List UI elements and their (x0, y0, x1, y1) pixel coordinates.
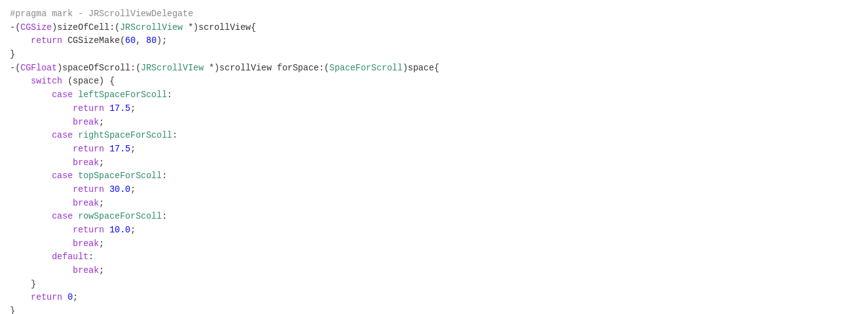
code-token: ; (99, 265, 104, 275)
code-line: -(CGSize)sizeOfCell:(JRScrollView *)scro… (10, 21, 858, 35)
code-token: case (52, 171, 73, 181)
code-token: leftSpaceForScoll (78, 90, 167, 100)
code-token (10, 211, 52, 221)
code-line: #pragma mark - JRScrollViewDelegate (10, 7, 858, 21)
code-token: 17.5 (110, 103, 131, 113)
code-line: break; (10, 264, 858, 278)
code-token: )sizeOfCell:( (52, 22, 120, 32)
code-token: case (52, 130, 73, 140)
code-line: return 0; (10, 291, 858, 305)
code-token: ; (130, 144, 135, 154)
code-line: case rightSpaceForScoll: (10, 129, 858, 143)
code-line: } (10, 305, 858, 314)
code-token (104, 103, 109, 113)
code-token (10, 130, 52, 140)
code-token: return (73, 144, 104, 154)
code-token: -( (10, 22, 21, 32)
code-token: ; (99, 239, 104, 249)
code-line: break; (10, 116, 858, 130)
code-token: : (162, 211, 167, 221)
code-token: 10.0 (110, 225, 131, 235)
code-line: case rowSpaceForScoll: (10, 210, 858, 224)
code-token (10, 90, 52, 100)
code-token: : (88, 252, 93, 262)
code-token (10, 198, 73, 208)
code-token: JRScrollVIew (141, 63, 204, 73)
code-token: CGFloat (21, 63, 57, 73)
code-token: return (31, 36, 62, 45)
code-line: return 10.0; (10, 224, 858, 237)
code-block: #pragma mark - JRScrollViewDelegate-(CGS… (0, 5, 868, 314)
code-token (10, 252, 52, 262)
code-line: return CGSizeMake(60, 80); (10, 34, 858, 48)
code-token: 30.0 (110, 184, 131, 194)
code-token (73, 90, 78, 100)
code-token: default (52, 252, 88, 262)
code-token: } (10, 306, 15, 314)
code-token (10, 103, 73, 113)
code-token: ; (130, 103, 135, 113)
code-token: topSpaceForScoll (78, 171, 161, 181)
code-token: } (10, 279, 36, 289)
code-token (10, 144, 73, 154)
code-line: break; (10, 237, 858, 251)
code-token: break (73, 198, 99, 208)
code-token: rowSpaceForScoll (78, 211, 161, 221)
code-editor: #pragma mark - JRScrollViewDelegate-(CGS… (0, 0, 868, 314)
code-token: return (73, 225, 104, 235)
code-token (10, 184, 73, 194)
code-token (10, 117, 73, 127)
code-token: : (172, 130, 177, 140)
code-line: break; (10, 197, 858, 211)
code-token: JRScrollView (120, 22, 183, 32)
code-token: ; (99, 117, 104, 127)
code-token (73, 171, 78, 181)
code-token (10, 265, 73, 275)
code-token: : (167, 90, 172, 100)
code-token: ); (156, 36, 167, 45)
code-token: break (73, 265, 99, 275)
code-token (10, 76, 31, 86)
code-token: switch (31, 76, 62, 86)
code-token: -( (10, 63, 21, 73)
code-line: } (10, 48, 858, 62)
code-token: )space{ (403, 63, 439, 73)
code-token: #pragma mark - JRScrollViewDelegate (10, 9, 193, 19)
code-token: break (73, 117, 99, 127)
code-token (73, 211, 78, 221)
code-token: ; (99, 158, 104, 168)
code-token: CGSizeMake( (62, 36, 125, 45)
code-line: switch (space) { (10, 75, 858, 88)
code-token (10, 36, 31, 45)
code-token: ; (73, 292, 78, 302)
code-line: break; (10, 156, 858, 170)
code-token: return (73, 103, 104, 113)
code-line: return 17.5; (10, 143, 858, 156)
code-line: case topSpaceForScoll: (10, 169, 858, 183)
code-line: case leftSpaceForScoll: (10, 88, 858, 102)
code-token: , (136, 36, 146, 45)
code-token (10, 225, 73, 235)
code-line: return 17.5; (10, 102, 858, 116)
code-token (10, 158, 73, 168)
code-token: break (73, 158, 99, 168)
code-token: } (10, 49, 15, 59)
code-token: *)scrollView forSpace:( (204, 63, 330, 73)
code-token (104, 225, 109, 235)
code-token: case (52, 211, 73, 221)
code-token: : (162, 171, 167, 181)
code-token: return (31, 292, 62, 302)
code-token: CGSize (21, 22, 52, 32)
code-token (10, 239, 73, 249)
code-token: SpaceForScroll (330, 63, 403, 73)
code-line: return 30.0; (10, 183, 858, 197)
code-token: 80 (146, 36, 156, 45)
code-token (104, 144, 109, 154)
code-token: rightSpaceForScoll (78, 130, 172, 140)
code-line: } (10, 278, 858, 292)
code-token (10, 292, 31, 302)
code-token: return (73, 184, 104, 194)
code-token (10, 171, 52, 181)
code-token: case (52, 90, 73, 100)
code-token: 60 (125, 36, 136, 45)
